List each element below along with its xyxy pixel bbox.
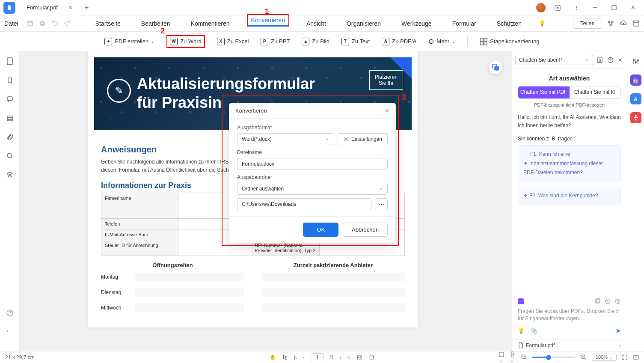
folder-path-input[interactable]: C:\Users\ws\Downloads <box>237 198 371 210</box>
page-input[interactable] <box>311 353 323 361</box>
view-mode-icon[interactable]: ⌄ <box>499 351 505 363</box>
rotate-icon[interactable] <box>368 354 374 360</box>
layers-icon[interactable] <box>6 115 13 122</box>
cloud-upload-icon[interactable] <box>620 20 627 27</box>
input-box[interactable] <box>261 303 405 312</box>
folder-label: Ausgabeordner <box>237 174 388 180</box>
close-panel-icon[interactable]: ✕ <box>617 56 623 64</box>
save-icon[interactable] <box>27 20 33 27</box>
user-avatar[interactable] <box>536 3 546 12</box>
browse-button[interactable]: ⋯ <box>375 198 388 210</box>
expand-panel-icon[interactable] <box>596 56 604 64</box>
input-box[interactable] <box>261 288 405 297</box>
tab-startseite[interactable]: Startseite <box>92 17 124 30</box>
help-panel-icon[interactable] <box>606 56 614 64</box>
add-tab-button[interactable]: + <box>80 4 93 12</box>
attach-input-icon[interactable]: 📎 <box>531 327 537 334</box>
zoom-out-icon[interactable] <box>521 354 527 360</box>
send-icon[interactable]: ➤ <box>615 327 621 335</box>
tab-konvertieren[interactable]: Konvertieren <box>247 14 289 27</box>
accessibility-icon[interactable] <box>630 112 641 123</box>
chat-context-selector[interactable]: Chatten Sie über P <box>515 55 593 65</box>
attached-file[interactable]: Formular.pdf › <box>512 339 627 351</box>
zoom-value[interactable]: 100% <box>592 354 617 361</box>
expand-file-icon[interactable]: › <box>619 342 621 348</box>
tab-organisieren[interactable]: Organisieren <box>343 17 384 30</box>
expand-icon[interactable] <box>633 20 640 27</box>
create-pdf-button[interactable]: + PDF erstellen⌄ <box>104 38 154 45</box>
to-pdfa-button[interactable]: A Zu PDF/A <box>382 38 416 45</box>
last-page-icon[interactable]: ›| <box>347 354 350 360</box>
stack-icon[interactable] <box>6 171 13 178</box>
settings-small-icon[interactable] <box>615 298 621 304</box>
reading-mode-icon[interactable] <box>633 354 639 360</box>
settings-button[interactable]: Einstellungen <box>338 133 388 145</box>
filename-input[interactable]: Formular.docx <box>237 158 388 170</box>
sliders-icon[interactable] <box>630 56 641 67</box>
maximize-icon[interactable] <box>607 1 621 15</box>
more-button[interactable]: ⊜ Mehr⌄ <box>428 37 455 45</box>
tab-chat-ai[interactable]: Chatten Sie mit KI <box>570 86 621 98</box>
print-icon[interactable] <box>39 20 46 27</box>
to-ppt-button[interactable]: P Zu PPT <box>261 38 290 45</box>
cancel-button[interactable]: Abbrechen <box>343 223 388 237</box>
fit-width-icon[interactable] <box>356 354 362 360</box>
notification-icon[interactable] <box>551 1 564 15</box>
tab-werkzeuge[interactable]: Werkzeuge <box>398 17 435 30</box>
input-box[interactable] <box>135 288 244 297</box>
to-excel-button[interactable]: X Zu Excel <box>217 38 249 45</box>
undo-icon[interactable] <box>52 20 58 27</box>
zoom-slider[interactable] <box>532 357 575 358</box>
folder-select[interactable]: Ordner auswählen <box>237 183 388 195</box>
scroll-mode-icon[interactable]: ⌄ <box>510 351 516 363</box>
comment-icon[interactable] <box>6 96 13 103</box>
to-text-button[interactable]: T Zu Text <box>341 38 370 45</box>
ai-robot-icon[interactable]: 🤖 <box>630 74 641 86</box>
input-box[interactable] <box>135 303 244 312</box>
attachment-icon[interactable] <box>6 134 13 140</box>
floating-convert-icon[interactable]: W <box>488 60 503 74</box>
tab-formular[interactable]: Formular <box>449 17 480 30</box>
select-tool-icon[interactable] <box>282 354 288 360</box>
thumbnail-icon[interactable] <box>6 57 13 65</box>
input-box[interactable] <box>135 273 244 281</box>
tab-bearbeiten[interactable]: Bearbeiten <box>138 17 174 30</box>
copy-icon[interactable] <box>594 298 600 304</box>
next-page-icon[interactable]: › <box>340 354 341 360</box>
hand-tool-icon[interactable]: ✋ <box>270 354 276 360</box>
tab-kommentieren[interactable]: Kommentieren <box>187 17 233 30</box>
collapse-sidebar-icon[interactable]: ‹ <box>7 327 9 334</box>
lightbulb-icon[interactable]: 💡 <box>539 17 546 30</box>
history-icon[interactable] <box>605 298 611 304</box>
close-tab-icon[interactable]: ✕ <box>68 4 73 11</box>
suggestion-1[interactable]: F1. Kann ich eine ✦Inhaltszusammenfassun… <box>518 145 621 182</box>
minimize-icon[interactable] <box>588 1 602 15</box>
connect-icon[interactable] <box>607 20 614 27</box>
to-image-button[interactable]: ▲ Zu Bild <box>302 38 329 45</box>
tab-ansicht[interactable]: Ansicht <box>303 17 329 30</box>
search-icon[interactable] <box>6 152 13 159</box>
redo-icon[interactable] <box>64 20 71 27</box>
to-word-button[interactable]: W Zu Word <box>166 35 205 48</box>
file-menu[interactable]: Datei <box>4 20 18 27</box>
translate-icon[interactable]: A <box>630 93 641 104</box>
kebab-menu-icon[interactable]: ⋮ <box>570 1 583 15</box>
ok-button[interactable]: OK <box>303 223 338 237</box>
prev-page-icon[interactable]: ‹ <box>303 354 305 360</box>
suggestion-2[interactable]: ✦F2. Was sind die Kernpunkte? <box>518 187 621 205</box>
help-icon[interactable] <box>6 309 14 317</box>
fullscreen-icon[interactable] <box>622 354 628 360</box>
close-window-icon[interactable]: ✕ <box>626 1 640 15</box>
document-tab[interactable]: Formular.pdf ✕ <box>19 0 80 15</box>
format-select[interactable]: Word(*.docx) <box>237 133 334 145</box>
tab-chat-pdf[interactable]: Chatten Sie mit PDF <box>518 86 570 98</box>
batch-convert-button[interactable]: Stapelkonvertierung <box>480 38 540 45</box>
tab-schuetzen[interactable]: Schützen <box>493 17 525 30</box>
first-page-icon[interactable]: |‹ <box>294 354 297 360</box>
dialog-close-icon[interactable]: ✕ <box>385 107 389 114</box>
input-box[interactable] <box>261 273 405 281</box>
zoom-in-icon[interactable] <box>580 354 587 360</box>
share-button[interactable]: Teilen <box>573 18 602 29</box>
lightbulb-input-icon[interactable]: 💡 <box>518 327 525 334</box>
bookmark-icon[interactable] <box>6 77 13 84</box>
